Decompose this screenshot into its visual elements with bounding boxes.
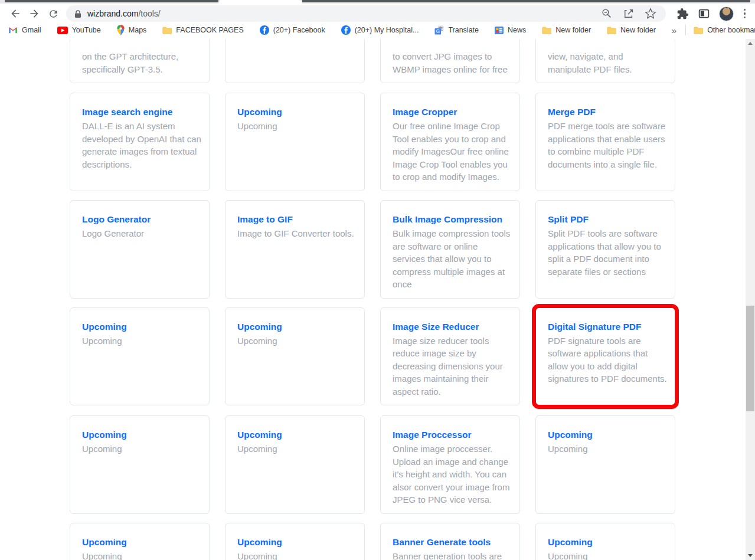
- share-button[interactable]: [623, 8, 635, 19]
- tool-description: to convert JPG images to WBMP images onl…: [393, 50, 512, 76]
- tool-title-link[interactable]: Image to GIF: [237, 214, 357, 225]
- maps-icon: [117, 25, 125, 35]
- scroll-down-button[interactable]: [746, 551, 755, 560]
- bookmark-label: News: [508, 26, 526, 34]
- tool-title-link[interactable]: Image Size Reducer: [393, 321, 512, 332]
- bookmark-facebook[interactable]: (20+) Facebook: [260, 25, 325, 35]
- bookmark-maps[interactable]: Maps: [117, 25, 147, 35]
- tool-title-link[interactable]: Image Cropper: [393, 106, 512, 117]
- tool-description: Upcoming: [237, 120, 357, 133]
- tool-description: PDF signature tools are software applica…: [548, 335, 668, 385]
- tool-card: Merge PDF PDF merge tools are software a…: [535, 93, 675, 191]
- tool-description: Logo Generator: [82, 227, 202, 240]
- tool-description: PDF merge tools are software application…: [548, 120, 668, 171]
- tool-title-link[interactable]: Upcoming: [237, 106, 357, 117]
- tool-title-link[interactable]: Merge PDF: [548, 106, 668, 117]
- folder-icon: [607, 27, 616, 34]
- bookmark-news[interactable]: News: [495, 26, 526, 34]
- url-domain: wizbrand.com: [87, 9, 138, 18]
- back-icon: [9, 8, 21, 19]
- forward-button[interactable]: [25, 4, 44, 23]
- bookmark-label: (20+) Facebook: [273, 26, 325, 34]
- tool-title-link[interactable]: Digital Signature PDF: [548, 321, 668, 332]
- bookmark-new-folder-2[interactable]: New folder: [607, 26, 656, 34]
- tab-strip: [0, 0, 755, 4]
- reload-button[interactable]: [44, 4, 63, 23]
- tools-row: on the GPT architecture, specifically GP…: [70, 39, 675, 83]
- address-bar[interactable]: wizbrand.com/tools/: [66, 5, 666, 22]
- bookmark-label: YouTube: [72, 26, 101, 34]
- tool-title-link[interactable]: Banner Generate tools: [393, 536, 512, 548]
- bookmark-youtube[interactable]: YouTube: [57, 26, 101, 34]
- tool-title-link[interactable]: Upcoming: [237, 429, 357, 440]
- vertical-scrollbar[interactable]: [746, 39, 755, 560]
- tool-card: Bulk Image Compression Bulk image compre…: [380, 200, 520, 299]
- tool-title-link[interactable]: Upcoming: [82, 321, 202, 332]
- tool-card-partial: view, navigate, and manipulate PDF files…: [535, 39, 675, 83]
- tools-row: Image search engine DALL-E is an AI syst…: [70, 93, 675, 191]
- tool-card: Upcoming Upcoming: [70, 415, 210, 514]
- tool-description: Upcoming: [237, 335, 357, 348]
- bookmark-this-tab-button[interactable]: [645, 8, 656, 19]
- reload-icon: [48, 8, 59, 19]
- side-panel-icon[interactable]: [698, 8, 710, 20]
- scroll-down-icon: [748, 554, 753, 557]
- tab-strip-background: [302, 0, 750, 2]
- page-content: on the GPT architecture, specifically GP…: [0, 39, 755, 560]
- tool-title-link[interactable]: Split PDF: [548, 214, 668, 225]
- scroll-up-icon: [748, 42, 753, 45]
- tool-description: Image size reducer tools reduce image si…: [393, 335, 512, 398]
- tool-title-link[interactable]: Upcoming: [82, 536, 202, 548]
- tool-title-link[interactable]: Bulk Image Compression: [393, 214, 512, 225]
- tool-title-link[interactable]: Image Proccessor: [393, 429, 512, 440]
- tool-title-link[interactable]: Upcoming: [82, 429, 202, 440]
- tool-description: Upcoming: [237, 443, 357, 456]
- tool-description: Upcoming: [548, 550, 668, 560]
- tool-description: Our free online Image Crop Tool enables …: [393, 120, 512, 184]
- bookmark-translate[interactable]: 文 G Translate: [434, 25, 479, 35]
- tool-card: Split PDF Split PDF tools are software a…: [535, 200, 675, 299]
- tool-card-highlighted: Digital Signature PDF PDF signature tool…: [535, 307, 675, 406]
- bookmark-label: New folder: [555, 26, 591, 34]
- tool-description: view, navigate, and manipulate PDF files…: [548, 50, 668, 76]
- scrollbar-thumb[interactable]: [746, 306, 754, 411]
- bookmark-label: (20+) My Hospital...: [355, 26, 419, 34]
- bookmark-facebook-pages[interactable]: FACEBOOK PAGES: [162, 26, 243, 34]
- scroll-up-button[interactable]: [746, 39, 755, 48]
- zoom-button[interactable]: [601, 8, 613, 19]
- tool-card: Upcoming Upcoming: [535, 415, 675, 514]
- profile-avatar[interactable]: [719, 6, 734, 21]
- bookmark-gmail[interactable]: Gmail: [8, 26, 41, 34]
- extensions-icon[interactable]: [676, 8, 689, 20]
- tool-card: Image search engine DALL-E is an AI syst…: [70, 93, 210, 191]
- back-button[interactable]: [6, 4, 25, 23]
- other-bookmarks-button[interactable]: Other bookmarks: [694, 26, 755, 34]
- tool-title-link[interactable]: Upcoming: [237, 321, 357, 332]
- tool-description: Upcoming: [548, 443, 668, 456]
- tool-description: Upcoming: [237, 550, 357, 560]
- folder-icon: [162, 27, 172, 34]
- menu-icon[interactable]: [743, 8, 747, 20]
- tool-title-link[interactable]: Upcoming: [548, 536, 668, 548]
- tool-card: Upcoming Upcoming: [70, 523, 210, 560]
- svg-text:G: G: [436, 28, 440, 34]
- tool-title-link[interactable]: Logo Generator: [82, 214, 202, 225]
- other-bookmarks-label: Other bookmarks: [707, 26, 755, 34]
- tools-row: Upcoming Upcoming Upcoming Upcoming Bann…: [70, 523, 675, 560]
- active-tab[interactable]: [218, 0, 302, 4]
- forward-icon: [28, 8, 40, 19]
- bookmark-label: Maps: [129, 26, 147, 34]
- tool-title-link[interactable]: Upcoming: [548, 429, 668, 440]
- tool-card: Banner Generate tools Banner generation …: [380, 523, 520, 560]
- lock-icon[interactable]: [74, 9, 81, 18]
- tool-title-link[interactable]: Image search engine: [82, 106, 202, 117]
- tool-title-link[interactable]: Upcoming: [237, 536, 357, 548]
- tab-strip-background: [5, 0, 218, 2]
- zoom-out-icon: [601, 8, 613, 19]
- bookmark-my-hospital[interactable]: (20+) My Hospital...: [341, 25, 419, 35]
- tool-card: Logo Generator Logo Generator: [70, 200, 210, 299]
- bookmarks-bar: Gmail YouTube Maps: [0, 24, 755, 39]
- bookmarks-overflow-chevron[interactable]: »: [672, 26, 676, 35]
- tool-card: Upcoming Upcoming: [225, 415, 365, 514]
- bookmark-new-folder-1[interactable]: New folder: [542, 26, 591, 34]
